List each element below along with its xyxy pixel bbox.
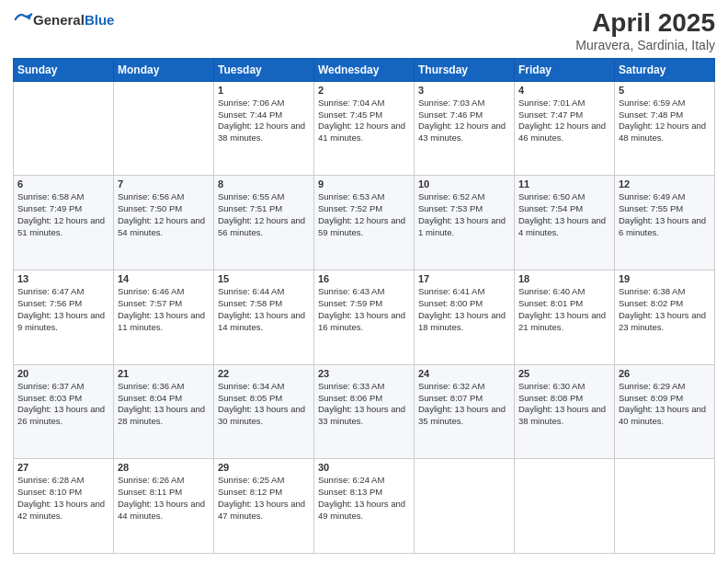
subtitle: Muravera, Sardinia, Italy [575,38,715,52]
calendar-cell [415,459,515,554]
day-number: 12 [619,178,711,190]
day-number: 4 [518,85,610,96]
day-info: Sunrise: 6:56 AM Sunset: 7:50 PM Dayligh… [118,191,210,238]
day-number: 19 [619,273,711,284]
weekday-header: Sunday [14,58,114,81]
logo-blue: Blue [85,12,115,28]
day-number: 10 [418,178,510,190]
day-number: 9 [318,178,410,190]
day-number: 1 [218,85,310,96]
main-title: April 2025 [575,9,715,38]
day-info: Sunrise: 6:53 AM Sunset: 7:52 PM Dayligh… [318,191,410,238]
logo: General Blue [13,9,114,29]
day-number: 23 [318,368,410,379]
calendar-cell: 9Sunrise: 6:53 AM Sunset: 7:52 PM Daylig… [314,176,415,270]
calendar-cell: 15Sunrise: 6:44 AM Sunset: 7:58 PM Dayli… [214,270,314,365]
day-info: Sunrise: 6:38 AM Sunset: 8:02 PM Dayligh… [619,286,711,333]
weekday-header: Monday [114,58,214,81]
day-number: 7 [118,178,210,190]
day-number: 22 [218,368,310,379]
day-number: 17 [418,273,510,284]
day-info: Sunrise: 6:28 AM Sunset: 8:10 PM Dayligh… [17,475,109,522]
day-number: 24 [418,368,510,379]
day-info: Sunrise: 6:52 AM Sunset: 7:53 PM Dayligh… [418,191,510,238]
day-info: Sunrise: 6:34 AM Sunset: 8:05 PM Dayligh… [218,381,310,428]
day-info: Sunrise: 7:01 AM Sunset: 7:47 PM Dayligh… [518,98,610,144]
calendar-cell: 6Sunrise: 6:58 AM Sunset: 7:49 PM Daylig… [14,176,114,270]
day-number: 16 [318,273,410,284]
calendar-cell: 21Sunrise: 6:36 AM Sunset: 8:04 PM Dayli… [114,364,214,459]
day-number: 21 [118,368,210,379]
calendar-cell: 30Sunrise: 6:24 AM Sunset: 8:13 PM Dayli… [314,459,415,554]
weekday-header: Wednesday [314,58,415,81]
day-info: Sunrise: 6:49 AM Sunset: 7:55 PM Dayligh… [619,191,711,238]
day-info: Sunrise: 6:41 AM Sunset: 8:00 PM Dayligh… [418,286,510,333]
day-number: 20 [17,368,109,379]
calendar-cell: 12Sunrise: 6:49 AM Sunset: 7:55 PM Dayli… [615,176,715,270]
day-number: 28 [118,462,210,473]
day-info: Sunrise: 7:04 AM Sunset: 7:45 PM Dayligh… [318,98,410,144]
day-info: Sunrise: 6:29 AM Sunset: 8:09 PM Dayligh… [619,381,711,428]
logo-icon [13,9,33,29]
calendar-cell: 20Sunrise: 6:37 AM Sunset: 8:03 PM Dayli… [14,364,114,459]
day-info: Sunrise: 6:32 AM Sunset: 8:07 PM Dayligh… [418,381,510,428]
day-number: 14 [118,273,210,284]
day-info: Sunrise: 6:59 AM Sunset: 7:48 PM Dayligh… [619,98,711,144]
day-info: Sunrise: 6:33 AM Sunset: 8:06 PM Dayligh… [318,381,410,428]
day-number: 11 [518,178,610,190]
header: General Blue April 2025 Muravera, Sardin… [13,9,715,52]
calendar-week-row: 13Sunrise: 6:47 AM Sunset: 7:56 PM Dayli… [14,270,715,365]
day-number: 30 [318,462,410,473]
day-info: Sunrise: 6:46 AM Sunset: 7:57 PM Dayligh… [118,286,210,333]
page: General Blue April 2025 Muravera, Sardin… [0,0,728,563]
calendar-cell [615,459,715,554]
calendar-week-row: 20Sunrise: 6:37 AM Sunset: 8:03 PM Dayli… [14,364,715,459]
weekday-header: Friday [515,58,615,81]
day-info: Sunrise: 7:03 AM Sunset: 7:46 PM Dayligh… [418,98,510,144]
day-number: 25 [518,368,610,379]
day-info: Sunrise: 6:24 AM Sunset: 8:13 PM Dayligh… [318,475,410,522]
day-info: Sunrise: 6:37 AM Sunset: 8:03 PM Dayligh… [17,381,109,428]
calendar-cell: 26Sunrise: 6:29 AM Sunset: 8:09 PM Dayli… [615,364,715,459]
day-info: Sunrise: 7:06 AM Sunset: 7:44 PM Dayligh… [218,98,310,144]
calendar-cell: 14Sunrise: 6:46 AM Sunset: 7:57 PM Dayli… [114,270,214,365]
calendar-cell: 24Sunrise: 6:32 AM Sunset: 8:07 PM Dayli… [415,364,515,459]
day-info: Sunrise: 6:26 AM Sunset: 8:11 PM Dayligh… [118,475,210,522]
calendar-cell: 29Sunrise: 6:25 AM Sunset: 8:12 PM Dayli… [214,459,314,554]
calendar-cell: 2Sunrise: 7:04 AM Sunset: 7:45 PM Daylig… [314,81,415,176]
day-number: 26 [619,368,711,379]
day-number: 2 [318,85,410,96]
day-number: 8 [218,178,310,190]
logo-general: General [33,12,85,28]
calendar-cell: 17Sunrise: 6:41 AM Sunset: 8:00 PM Dayli… [415,270,515,365]
day-number: 29 [218,462,310,473]
weekday-header: Thursday [415,58,515,81]
day-number: 18 [518,273,610,284]
calendar-week-row: 27Sunrise: 6:28 AM Sunset: 8:10 PM Dayli… [14,459,715,554]
calendar-cell: 11Sunrise: 6:50 AM Sunset: 7:54 PM Dayli… [515,176,615,270]
day-info: Sunrise: 6:50 AM Sunset: 7:54 PM Dayligh… [518,191,610,238]
calendar-cell: 16Sunrise: 6:43 AM Sunset: 7:59 PM Dayli… [314,270,415,365]
calendar-cell: 4Sunrise: 7:01 AM Sunset: 7:47 PM Daylig… [515,81,615,176]
calendar-week-row: 1Sunrise: 7:06 AM Sunset: 7:44 PM Daylig… [14,81,715,176]
calendar-table: SundayMondayTuesdayWednesdayThursdayFrid… [13,58,715,554]
calendar-cell [114,81,214,176]
day-info: Sunrise: 6:30 AM Sunset: 8:08 PM Dayligh… [518,381,610,428]
calendar-cell: 22Sunrise: 6:34 AM Sunset: 8:05 PM Dayli… [214,364,314,459]
day-info: Sunrise: 6:40 AM Sunset: 8:01 PM Dayligh… [518,286,610,333]
day-info: Sunrise: 6:43 AM Sunset: 7:59 PM Dayligh… [318,286,410,333]
weekday-header: Tuesday [214,58,314,81]
calendar-cell: 19Sunrise: 6:38 AM Sunset: 8:02 PM Dayli… [615,270,715,365]
calendar-cell: 7Sunrise: 6:56 AM Sunset: 7:50 PM Daylig… [114,176,214,270]
calendar-header-row: SundayMondayTuesdayWednesdayThursdayFrid… [14,58,715,81]
day-number: 3 [418,85,510,96]
calendar-cell: 1Sunrise: 7:06 AM Sunset: 7:44 PM Daylig… [214,81,314,176]
day-number: 13 [17,273,109,284]
calendar-cell: 27Sunrise: 6:28 AM Sunset: 8:10 PM Dayli… [14,459,114,554]
day-number: 6 [17,178,109,190]
calendar-cell: 13Sunrise: 6:47 AM Sunset: 7:56 PM Dayli… [14,270,114,365]
calendar-cell: 5Sunrise: 6:59 AM Sunset: 7:48 PM Daylig… [615,81,715,176]
calendar-cell: 23Sunrise: 6:33 AM Sunset: 8:06 PM Dayli… [314,364,415,459]
day-info: Sunrise: 6:58 AM Sunset: 7:49 PM Dayligh… [17,191,109,238]
day-number: 5 [619,85,711,96]
